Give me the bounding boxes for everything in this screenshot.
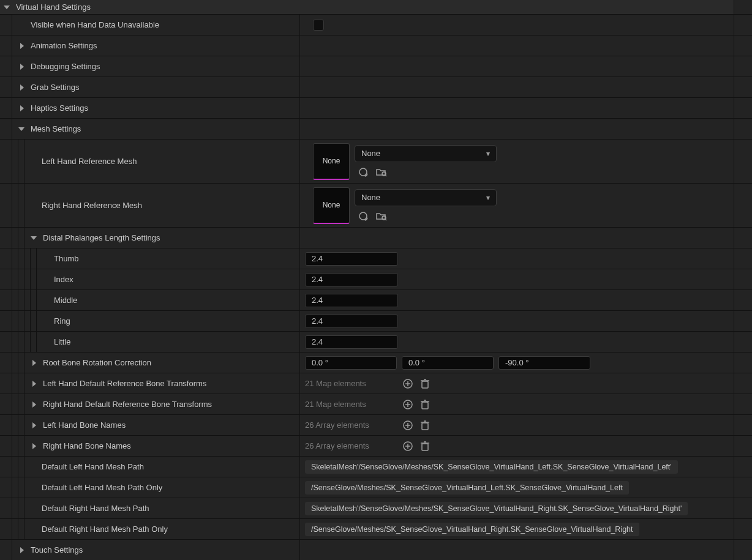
caret-right-icon [18, 105, 26, 112]
prop-label: Default Left Hand Mesh Path [42, 462, 144, 471]
add-element-icon[interactable] [402, 419, 414, 431]
svg-line-5 [385, 219, 386, 220]
count-text: 26 Array elements [305, 420, 397, 430]
prop-label: Distal Phalanges Length Settings [43, 233, 160, 242]
prop-label: Right Hand Default Reference Bone Transf… [43, 400, 212, 409]
caret-down-icon [31, 234, 38, 242]
input-index[interactable] [305, 273, 398, 286]
chevron-down-icon: ▾ [486, 149, 490, 158]
dropdown-left-ref-mesh[interactable]: None ▾ [355, 145, 497, 162]
prop-label: Middle [54, 296, 77, 305]
prop-label: Index [54, 275, 73, 284]
row-index: Index [0, 269, 752, 290]
input-middle[interactable] [305, 294, 398, 307]
readonly-value: SkeletalMesh'/SenseGlove/Meshes/SK_Sense… [305, 460, 678, 474]
caret-right-icon [18, 547, 26, 554]
row-debugging-settings[interactable]: Debugging Settings [0, 56, 752, 77]
input-thumb[interactable] [305, 252, 398, 266]
row-default-right-mesh-path-only: Default Right Hand Mesh Path Only /Sense… [0, 519, 752, 540]
prop-label: Right Hand Bone Names [43, 441, 131, 450]
prop-label: Debugging Settings [31, 62, 100, 71]
prop-label: Little [54, 337, 70, 346]
prop-label: Default Right Hand Mesh Path Only [42, 525, 168, 534]
row-left-hand-reference-mesh: Left Hand Reference Mesh None None ▾ [0, 140, 752, 184]
dropdown-right-ref-mesh[interactable]: None ▾ [355, 189, 497, 206]
row-thumb: Thumb [0, 248, 752, 269]
add-element-icon[interactable] [402, 398, 414, 411]
prop-label: Touch Settings [31, 545, 83, 554]
trash-icon[interactable] [419, 419, 431, 431]
chevron-down-icon: ▾ [486, 193, 490, 202]
caret-right-icon [18, 84, 26, 91]
row-right-hand-reference-mesh: Right Hand Reference Mesh None None ▾ [0, 184, 752, 228]
use-selected-icon[interactable] [357, 166, 369, 178]
input-rot-y[interactable] [402, 356, 494, 370]
browse-icon[interactable] [375, 210, 388, 222]
row-haptics-settings[interactable]: Haptics Settings [0, 98, 752, 119]
caret-right-icon[interactable] [31, 401, 38, 408]
asset-thumbnail-left[interactable]: None [313, 143, 350, 180]
row-default-left-mesh-path-only: Default Left Hand Mesh Path Only /SenseG… [0, 477, 752, 498]
prop-label: Mesh Settings [31, 124, 81, 133]
count-text: 21 Map elements [305, 379, 397, 388]
checkbox-visible-when-unavailable[interactable] [313, 20, 324, 31]
readonly-value: /SenseGlove/Meshes/SK_SenseGlove_Virtual… [305, 481, 629, 495]
row-right-default-transforms: Right Hand Default Reference Bone Transf… [0, 394, 752, 415]
input-ring[interactable] [305, 315, 398, 328]
readonly-value: SkeletalMesh'/SenseGlove/Meshes/SK_Sense… [305, 502, 688, 515]
row-default-left-mesh-path: Default Left Hand Mesh Path SkeletalMesh… [0, 457, 752, 477]
category-virtual-hand-settings[interactable]: Virtual Hand Settings [0, 0, 752, 15]
svg-rect-27 [422, 444, 428, 450]
svg-rect-15 [422, 402, 428, 409]
row-visible-when-unavailable: Visible when Hand Data Unavailable [0, 15, 752, 35]
row-left-bone-names: Left Hand Bone Names 26 Array elements [0, 415, 752, 436]
row-animation-settings[interactable]: Animation Settings [0, 35, 752, 56]
svg-line-2 [385, 175, 386, 176]
use-selected-icon[interactable] [357, 210, 369, 222]
add-element-icon[interactable] [402, 440, 414, 452]
row-right-bone-names: Right Hand Bone Names 26 Array elements [0, 436, 752, 457]
count-text: 26 Array elements [305, 441, 397, 450]
caret-down-icon [18, 125, 26, 133]
row-touch-settings[interactable]: Touch Settings [0, 540, 752, 560]
prop-label: Haptics Settings [31, 103, 88, 113]
input-rot-z[interactable] [498, 356, 590, 370]
caret-right-icon [18, 42, 26, 50]
category-label: Virtual Hand Settings [16, 2, 91, 12]
row-distal-phalanges[interactable]: Distal Phalanges Length Settings [0, 228, 752, 248]
row-middle: Middle [0, 290, 752, 311]
row-default-right-mesh-path: Default Right Hand Mesh Path SkeletalMes… [0, 498, 752, 519]
prop-label: Thumb [54, 254, 78, 263]
caret-right-icon[interactable] [31, 380, 38, 387]
input-little[interactable] [305, 335, 398, 349]
asset-thumbnail-right[interactable]: None [313, 187, 350, 224]
row-root-bone-rotation: Root Bone Rotation Correction [0, 353, 752, 373]
prop-label: Left Hand Default Reference Bone Transfo… [43, 379, 206, 388]
caret-right-icon[interactable] [31, 422, 38, 429]
readonly-value: /SenseGlove/Meshes/SK_SenseGlove_Virtual… [305, 523, 639, 536]
prop-label: Animation Settings [31, 41, 97, 50]
svg-rect-21 [422, 423, 428, 430]
prop-label: Ring [54, 316, 70, 326]
row-mesh-settings[interactable]: Mesh Settings [0, 119, 752, 140]
prop-label: Right Hand Reference Mesh [42, 201, 142, 210]
svg-rect-9 [422, 381, 428, 388]
add-element-icon[interactable] [402, 378, 414, 390]
prop-label: Left Hand Reference Mesh [42, 157, 137, 166]
row-ring: Ring [0, 311, 752, 332]
prop-label: Left Hand Bone Names [43, 420, 126, 430]
trash-icon[interactable] [419, 440, 431, 452]
browse-icon[interactable] [375, 166, 388, 178]
caret-down-icon [4, 4, 11, 11]
row-little: Little [0, 332, 752, 353]
row-grab-settings[interactable]: Grab Settings [0, 77, 752, 98]
caret-right-icon[interactable] [31, 359, 38, 367]
input-rot-x[interactable] [305, 356, 397, 370]
trash-icon[interactable] [419, 398, 431, 411]
trash-icon[interactable] [419, 378, 431, 390]
prop-label: Visible when Hand Data Unavailable [31, 20, 159, 29]
prop-label: Grab Settings [31, 83, 80, 92]
svg-point-0 [359, 168, 367, 176]
svg-point-3 [359, 212, 367, 220]
caret-right-icon[interactable] [31, 442, 38, 450]
